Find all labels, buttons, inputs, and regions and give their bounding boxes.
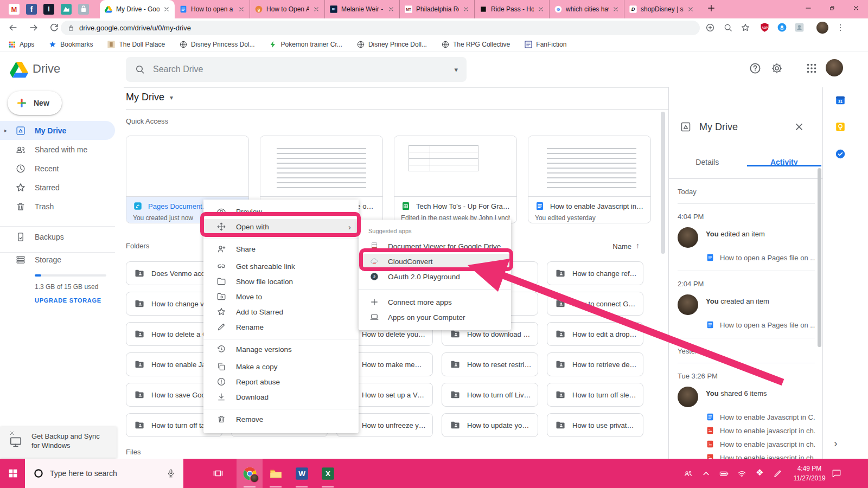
folder-card[interactable]: How to use private br... (547, 413, 643, 437)
search-options-caret-icon[interactable]: ▾ (454, 66, 458, 74)
tray-icon[interactable]: ❖ (755, 468, 765, 479)
forward-button[interactable] (28, 22, 39, 33)
tab-close-icon[interactable] (462, 5, 470, 13)
browser-profile-avatar[interactable] (816, 22, 828, 34)
microphone-icon[interactable] (166, 468, 176, 478)
panel-tab[interactable]: Activity (746, 158, 823, 166)
toast-close-icon[interactable] (9, 430, 15, 436)
new-tab-button[interactable] (704, 1, 718, 15)
file-card[interactable]: Tech How To's - Up For Grabs Edited in t… (394, 136, 517, 223)
cortana-icon[interactable] (33, 467, 44, 479)
help-icon[interactable] (749, 62, 762, 75)
browser-tab[interactable]: My Drive - Goo (100, 0, 175, 18)
sort-control[interactable]: Name ↑ (612, 242, 643, 251)
panel-scrollbar[interactable] (818, 168, 821, 347)
folder-card[interactable]: How to reset restrictio... (442, 352, 538, 376)
folder-card[interactable]: How to change refres... (547, 261, 643, 285)
tray-icon[interactable] (773, 468, 783, 479)
bookmark-item[interactable]: The Doll Palace (107, 40, 165, 49)
upgrade-storage-link[interactable]: UPGRADE STORAGE (35, 297, 115, 304)
sidebar-item[interactable]: ▸ Backups (0, 227, 115, 246)
browser-menu-icon[interactable] (835, 23, 845, 33)
sort-ascending-icon[interactable]: ↑ (636, 242, 643, 251)
breadcrumb[interactable]: My Drive ▾ (126, 92, 173, 103)
context-menu-item[interactable]: Report abuse › (203, 374, 359, 389)
context-menu-item[interactable]: Get shareable link › (203, 259, 359, 274)
sidebar-item[interactable]: ▸ Recent (0, 159, 115, 178)
sidebar-item[interactable]: ▸ Trash (0, 197, 115, 216)
search-icon[interactable] (135, 64, 145, 75)
new-button[interactable]: New (8, 91, 62, 115)
context-menu-item[interactable]: Manage versions › (203, 339, 359, 359)
calendar-icon[interactable]: 31 (834, 94, 846, 106)
tab-close-icon[interactable] (238, 5, 245, 13)
google-apps-grid-icon[interactable] (805, 62, 818, 75)
start-button[interactable] (7, 467, 19, 479)
tab-close-icon[interactable] (163, 5, 170, 13)
sidebar-item[interactable]: ▸ Shared with me (0, 140, 115, 159)
tab-close-icon[interactable] (612, 5, 620, 13)
panel-close-icon[interactable] (793, 121, 805, 133)
adblock-extension-icon[interactable]: ABP (759, 22, 770, 33)
browser-tab[interactable]: D shopDisney | sh (624, 0, 699, 18)
pinned-tab-icon[interactable] (77, 3, 90, 16)
submenu-action-item[interactable]: Apps on your Computer (359, 310, 511, 325)
task-view-icon[interactable] (212, 467, 225, 480)
activity-file[interactable]: How to enable javascript in ch... (706, 453, 815, 459)
bookmark-star-icon[interactable] (741, 23, 750, 33)
drive-search-bar[interactable]: Search Drive ▾ (126, 57, 467, 82)
browser-tab[interactable]: How to open a (175, 0, 250, 18)
taskbar-app[interactable] (237, 459, 263, 488)
bookmark-item[interactable]: Disney Princess Dol... (179, 40, 254, 49)
restore-button[interactable] (820, 0, 844, 16)
bookmarks-folder[interactable]: Bookmarks (48, 40, 93, 49)
context-menu-item[interactable]: Preview › (203, 204, 359, 219)
pinned-tab-icon[interactable]: M (8, 3, 21, 16)
apps-shortcut[interactable]: Apps (8, 40, 34, 49)
tray-icon[interactable] (737, 468, 747, 479)
tray-icon[interactable] (683, 468, 693, 479)
context-menu-item[interactable]: Share › (203, 239, 359, 259)
pinned-tab-icon[interactable]: f (25, 3, 38, 16)
pinned-tab-icon[interactable]: I (42, 3, 55, 16)
minimize-button[interactable] (796, 0, 820, 16)
taskbar-clock[interactable]: 4:49 PM 11/27/2019 (788, 464, 831, 483)
tab-close-icon[interactable] (312, 5, 320, 13)
sidebar-item[interactable]: ▸ Starred (0, 178, 115, 197)
sidebar-item-storage[interactable]: ▸ Storage (0, 250, 115, 269)
activity-file[interactable]: How to enable javascript in ch... (706, 440, 815, 448)
activity-file[interactable]: How to enable javascript in ch... (706, 426, 815, 435)
address-bar[interactable]: drive.google.com/drive/u/0/my-drive (61, 21, 700, 35)
drive-logo[interactable] (9, 59, 29, 80)
close-window-button[interactable] (844, 0, 868, 16)
activity-file[interactable]: How to open a Pages file on ... (706, 320, 815, 329)
sidebar-item[interactable]: ▸ My Drive (0, 121, 115, 140)
browser-tab[interactable]: g How to Open A (250, 0, 324, 18)
folder-card[interactable]: How to turn off Live P... (442, 383, 538, 407)
account-avatar[interactable] (826, 59, 843, 76)
tab-close-icon[interactable] (687, 5, 694, 13)
lock-icon[interactable] (67, 24, 75, 32)
folder-card[interactable]: How to retrieve delete... (547, 352, 643, 376)
blue-extension-icon[interactable] (776, 22, 788, 33)
expand-panel-chevron-icon[interactable]: › (834, 438, 838, 448)
context-menu-item[interactable]: Remove › (203, 409, 359, 429)
zoom-icon[interactable] (705, 23, 715, 33)
tab-close-icon[interactable] (387, 5, 395, 13)
taskbar-app[interactable]: X (315, 459, 341, 488)
bookmark-item[interactable]: The RPG Collective (441, 40, 510, 49)
tasks-icon[interactable] (834, 148, 846, 160)
tab-close-icon[interactable] (537, 5, 545, 13)
settings-gear-icon[interactable] (770, 62, 783, 75)
tray-icon[interactable] (701, 468, 711, 479)
pinned-tab-icon[interactable] (60, 3, 73, 16)
context-menu-item[interactable]: Add to Starred › (203, 304, 359, 319)
submenu-app-item[interactable]: CloudConvert (359, 254, 511, 269)
panel-tab[interactable]: Details (669, 158, 746, 166)
taskbar-app[interactable]: W (289, 459, 315, 488)
submenu-app-item[interactable]: Document Viewer for Google Drive (359, 239, 511, 254)
folder-card[interactable]: How to turn off sleep ... (547, 383, 643, 407)
search-icon[interactable] (723, 23, 733, 33)
context-menu-item[interactable]: Open with › (203, 219, 359, 234)
browser-tab[interactable]: BI Melanie Weir - (324, 0, 399, 18)
